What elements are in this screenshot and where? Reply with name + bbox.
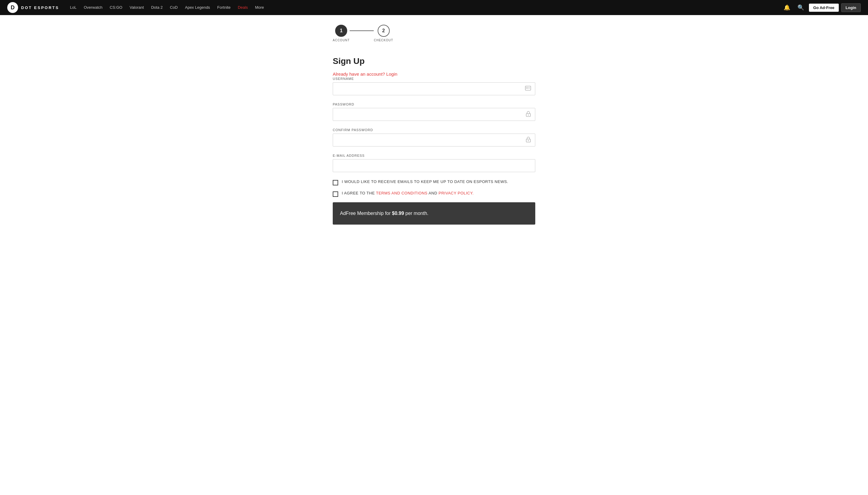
nav-overwatch[interactable]: Overwatch: [80, 0, 106, 15]
nav-lol[interactable]: LoL: [66, 0, 80, 15]
confirm-password-group: CONFIRM PASSWORD: [333, 128, 535, 147]
email-input-wrapper: [333, 159, 535, 172]
nav-apex[interactable]: Apex Legends: [181, 0, 214, 15]
username-group: USERNAME: [333, 77, 535, 95]
membership-price: $0.99: [392, 211, 404, 216]
site-logo[interactable]: D DOT ESPORTS: [7, 2, 59, 13]
nav-deals[interactable]: Deals: [234, 0, 251, 15]
nav-valorant[interactable]: Valorant: [126, 0, 147, 15]
terms-checkbox[interactable]: [333, 191, 338, 197]
terms-checkbox-group: I AGREE TO THE TERMS AND CONDITIONS AND …: [333, 191, 535, 197]
confirm-password-label: CONFIRM PASSWORD: [333, 128, 535, 132]
username-label: USERNAME: [333, 77, 535, 81]
email-input[interactable]: [333, 159, 535, 172]
nav-csgo[interactable]: CS:GO: [106, 0, 126, 15]
search-icon: 🔍: [797, 4, 804, 11]
membership-text: AdFree Membership for $0.99 per month.: [340, 211, 528, 216]
main-content: 1 ACCOUNT 2 CHECKOUT Sign Up Already hav…: [326, 15, 542, 243]
username-input[interactable]: [333, 82, 535, 95]
stepper: 1 ACCOUNT 2 CHECKOUT: [333, 25, 535, 42]
bell-icon: 🔔: [784, 4, 790, 11]
navbar: D DOT ESPORTS LoL Overwatch CS:GO Valora…: [0, 0, 868, 15]
step1-circle: 1: [335, 25, 347, 37]
logo-text: DOT ESPORTS: [21, 5, 59, 10]
logo-icon: D: [7, 2, 18, 13]
go-ad-free-button[interactable]: Go Ad-Free: [809, 4, 838, 12]
confirm-password-input-wrapper: [333, 134, 535, 147]
confirm-password-input[interactable]: [333, 134, 535, 147]
step-connector: [350, 31, 374, 31]
privacy-link[interactable]: PRIVACY POLICY.: [438, 191, 474, 195]
nav-cod[interactable]: CoD: [167, 0, 181, 15]
terms-label: I AGREE TO THE TERMS AND CONDITIONS AND …: [342, 191, 474, 195]
step1-label: ACCOUNT: [333, 39, 350, 42]
terms-link[interactable]: TERMS AND CONDITIONS: [376, 191, 427, 195]
step-account: 1 ACCOUNT: [333, 25, 350, 42]
login-link[interactable]: Already have an account? Login: [333, 71, 397, 76]
nav-links: LoL Overwatch CS:GO Valorant Dota 2 CoD …: [66, 0, 781, 15]
newsletter-checkbox[interactable]: [333, 180, 338, 185]
login-button[interactable]: Login: [841, 3, 861, 12]
nav-actions: 🔔 🔍 Go Ad-Free Login: [781, 3, 861, 12]
membership-box: AdFree Membership for $0.99 per month.: [333, 202, 535, 225]
nav-fortnite[interactable]: Fortnite: [214, 0, 234, 15]
email-group: E-MAIL ADDRESS: [333, 154, 535, 172]
notification-bell-button[interactable]: 🔔: [781, 3, 793, 12]
nav-dota2[interactable]: Dota 2: [147, 0, 166, 15]
search-button[interactable]: 🔍: [795, 3, 806, 12]
step-checkout: 2 CHECKOUT: [374, 25, 393, 42]
username-input-wrapper: [333, 82, 535, 95]
nav-more[interactable]: More: [251, 0, 267, 15]
password-input[interactable]: [333, 108, 535, 121]
step2-label: CHECKOUT: [374, 39, 393, 42]
email-label: E-MAIL ADDRESS: [333, 154, 535, 157]
newsletter-checkbox-group: I WOULD LIKE TO RECEIVE EMAILS TO KEEP M…: [333, 180, 535, 185]
step2-circle: 2: [378, 25, 390, 37]
password-input-wrapper: [333, 108, 535, 121]
signup-title: Sign Up: [333, 56, 535, 66]
newsletter-label: I WOULD LIKE TO RECEIVE EMAILS TO KEEP M…: [342, 180, 508, 184]
password-label: PASSWORD: [333, 102, 535, 106]
password-group: PASSWORD: [333, 102, 535, 121]
